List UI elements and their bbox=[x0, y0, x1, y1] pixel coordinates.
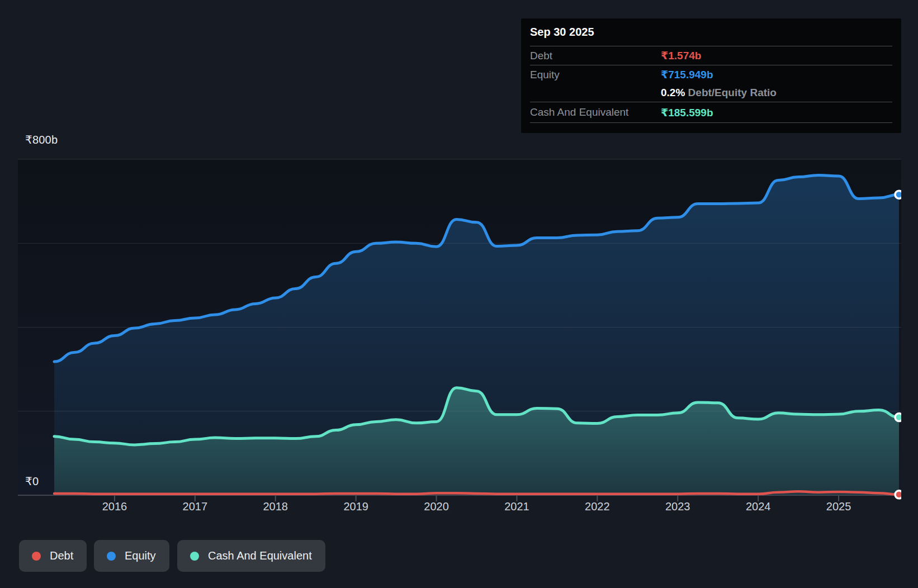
legend-item-cash[interactable]: Cash And Equivalent bbox=[177, 540, 325, 572]
tooltip-ratio-value: 0.2% bbox=[661, 87, 685, 98]
legend-equity-label: Equity bbox=[125, 549, 156, 562]
debt-endpoint-dot bbox=[895, 491, 903, 499]
legend-cash-label: Cash And Equivalent bbox=[208, 549, 312, 562]
tooltip-cash-label: Cash And Equivalent bbox=[530, 106, 628, 118]
x-axis-label-2018: 2018 bbox=[253, 500, 298, 513]
y-axis-label-0: ₹0 bbox=[25, 475, 39, 488]
legend-equity-dot-icon bbox=[107, 552, 116, 561]
legend-item-debt[interactable]: Debt bbox=[19, 540, 87, 572]
x-axis-label-2023: 2023 bbox=[655, 500, 700, 513]
tooltip-equity-label: Equity bbox=[530, 69, 560, 81]
x-axis-label-2016: 2016 bbox=[92, 500, 137, 513]
tooltip-ratio-label: Debt/Equity Ratio bbox=[688, 87, 777, 98]
legend-item-equity[interactable]: Equity bbox=[94, 540, 169, 572]
tooltip-row-cash: Cash And Equivalent ₹185.599b bbox=[530, 102, 892, 123]
legend-debt-label: Debt bbox=[50, 549, 73, 562]
legend-debt-dot-icon bbox=[32, 552, 41, 561]
x-axis-label-2021: 2021 bbox=[494, 500, 539, 513]
x-axis-label-2020: 2020 bbox=[414, 500, 459, 513]
tooltip-debt-label: Debt bbox=[530, 50, 552, 62]
x-axis-label-2025: 2025 bbox=[816, 500, 861, 513]
tooltip-ratio: 0.2% Debt/Equity Ratio bbox=[661, 87, 777, 99]
x-axis-label-2017: 2017 bbox=[173, 500, 217, 513]
equity-endpoint-dot bbox=[895, 191, 903, 198]
tooltip-row-ratio: 0.2% Debt/Equity Ratio bbox=[530, 84, 892, 102]
tooltip-equity-value: ₹715.949b bbox=[661, 68, 713, 81]
tooltip-row-equity: Equity ₹715.949b bbox=[530, 65, 892, 84]
balance-sheet-history-chart: ₹800b ₹0 2016201720182019202020212022202… bbox=[0, 0, 918, 588]
tooltip-cash-value: ₹185.599b bbox=[661, 106, 713, 119]
y-axis-label-800b: ₹800b bbox=[25, 133, 58, 146]
tooltip-debt-value: ₹1.574b bbox=[661, 49, 701, 62]
x-axis-label-2024: 2024 bbox=[736, 500, 780, 513]
legend-cash-dot-icon bbox=[190, 552, 199, 561]
tooltip-row-debt: Debt ₹1.574b bbox=[530, 46, 892, 65]
x-axis-label-2022: 2022 bbox=[575, 500, 619, 513]
x-axis-label-2019: 2019 bbox=[334, 500, 378, 513]
chart-tooltip: Sep 30 2025 Debt ₹1.574b Equity ₹715.949… bbox=[521, 18, 901, 133]
tooltip-date: Sep 30 2025 bbox=[530, 18, 892, 46]
cash-endpoint-dot bbox=[895, 414, 903, 421]
